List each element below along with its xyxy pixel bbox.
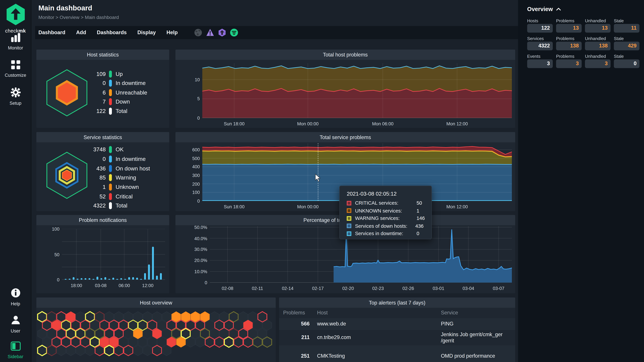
host-hexagon-empty[interactable] xyxy=(263,320,272,331)
host-hexagon-empty[interactable] xyxy=(152,312,162,322)
host-hexagon-bright-yellow-outline[interactable] xyxy=(105,345,114,356)
host-hexagon-empty[interactable] xyxy=(57,345,66,356)
host-hexagon-empty[interactable] xyxy=(129,337,138,347)
host-hexagon-dim-yellow-outline[interactable] xyxy=(253,337,262,347)
cell-host[interactable]: cn.tribe29.com xyxy=(317,334,351,340)
host-hexagon-yellow-outline[interactable] xyxy=(62,320,70,331)
host-hexagon-red-outline[interactable] xyxy=(114,329,123,339)
host-hexagon-orange-filled[interactable] xyxy=(133,329,142,339)
host-hexagon-empty[interactable] xyxy=(157,320,166,331)
legend-row-total[interactable]: 122Total xyxy=(81,107,127,115)
host-hexagon-empty[interactable] xyxy=(124,329,133,339)
host-hexagon-empty[interactable] xyxy=(210,312,219,322)
host-hexagon-red-outline[interactable] xyxy=(205,337,214,347)
sidebar-item-sidebar[interactable]: Sidebar xyxy=(0,342,31,359)
sidebar-item-monitor[interactable]: Monitor xyxy=(0,33,31,50)
legend-row-critical[interactable]: 52Critical xyxy=(81,193,132,200)
menu-item-dashboards[interactable]: Dashboards xyxy=(97,30,126,35)
host-hexagon-empty[interactable] xyxy=(143,329,152,339)
host-hexagon-empty[interactable] xyxy=(76,345,85,356)
host-hexagon-yellow-outline[interactable] xyxy=(66,329,76,339)
host-hexagon-red-outline[interactable] xyxy=(152,345,162,356)
legend-row-down[interactable]: 7Down xyxy=(81,98,130,105)
overview-value-services-unhandled[interactable]: 138 xyxy=(585,42,611,50)
host-hexagon-red-outline[interactable] xyxy=(42,320,52,331)
host-hexagon-yellow-outline[interactable] xyxy=(76,329,85,339)
host-hexagon-empty[interactable] xyxy=(138,337,147,347)
host-hexagon-dim-yellow-outline[interactable] xyxy=(263,337,272,347)
cell-host[interactable]: CMKTesting xyxy=(317,353,345,359)
host-hexagon-empty[interactable] xyxy=(191,329,200,339)
host-hexagon-red-outline[interactable] xyxy=(224,320,234,331)
host-hexagon-red-outline[interactable] xyxy=(215,320,224,331)
host-hexagon-bright-yellow-outline[interactable] xyxy=(224,337,234,347)
host-hexagon-empty[interactable] xyxy=(162,329,171,339)
host-hexagon-red-outline[interactable] xyxy=(62,337,70,347)
host-hexagon-red-outline[interactable] xyxy=(239,329,248,339)
host-hexagon-empty[interactable] xyxy=(157,337,166,347)
legend-row-warning[interactable]: 85Warning xyxy=(81,174,136,181)
host-hexagon-red-filled[interactable] xyxy=(52,320,61,331)
cell-service[interactable]: OMD prod performance xyxy=(441,353,512,359)
host-hexagon-empty[interactable] xyxy=(162,345,171,356)
checkmk-hexagon-icon[interactable] xyxy=(218,28,226,37)
host-hexagon-bright-yellow-outline[interactable] xyxy=(38,345,46,356)
host-hexagon-red-outline[interactable] xyxy=(81,337,90,347)
host-hexagon-empty[interactable] xyxy=(239,312,248,322)
host-hexagon-red-outline[interactable] xyxy=(244,337,252,347)
host-hexagon-dim-yellow-outline[interactable] xyxy=(229,312,238,322)
host-hexagon-empty[interactable] xyxy=(133,312,142,322)
host-hexagon-bright-yellow-outline[interactable] xyxy=(90,337,99,347)
host-hexagon-empty[interactable] xyxy=(148,337,157,347)
host-hexagon-yellow-outline[interactable] xyxy=(138,320,147,331)
overview-value-services[interactable]: 4322 xyxy=(527,42,553,50)
legend-row-unreachable[interactable]: 6Unreachable xyxy=(81,89,147,96)
host-hexagon-empty[interactable] xyxy=(114,312,123,322)
host-hexagon-red-outline[interactable] xyxy=(114,345,123,356)
host-hexagon-dim-red-outline[interactable] xyxy=(47,312,56,322)
host-hexagon-empty[interactable] xyxy=(66,345,76,356)
overview-value-hosts-problems[interactable]: 13 xyxy=(556,24,582,33)
host-hexagon-red-filled[interactable] xyxy=(66,312,76,322)
legend-row-total[interactable]: 4322Total xyxy=(81,202,127,209)
host-hexagon-empty[interactable] xyxy=(47,329,56,339)
host-hexagon-red-outline[interactable] xyxy=(196,320,205,331)
cell-service[interactable]: PING xyxy=(441,321,512,327)
host-hexagon-dim-yellow-outline[interactable] xyxy=(172,329,181,339)
col-header-host[interactable]: Host xyxy=(317,310,328,316)
host-hexagon-empty[interactable] xyxy=(258,329,267,339)
overview-value-events-problems[interactable]: 3 xyxy=(556,59,582,68)
sidebar-item-user[interactable]: User xyxy=(0,315,31,333)
host-hexagon-empty[interactable] xyxy=(76,312,85,322)
host-hexagon-red-outline[interactable] xyxy=(71,337,80,347)
host-hexagon-red-outline[interactable] xyxy=(52,337,61,347)
host-hexagon-empty[interactable] xyxy=(143,312,152,322)
host-hexagon-empty[interactable] xyxy=(143,345,152,356)
host-hexagon-yellow-outline[interactable] xyxy=(129,320,138,331)
overview-value-hosts-unhandled[interactable]: 13 xyxy=(585,24,611,33)
overview-value-events[interactable]: 3 xyxy=(527,59,553,68)
host-hexagon-empty[interactable] xyxy=(205,320,214,331)
host-hexagon-red-filled[interactable] xyxy=(152,329,162,339)
host-hexagon-bright-yellow-outline[interactable] xyxy=(86,312,94,322)
cell-service[interactable]: Jenkins Job gerrit/cmk_ger /gerrit xyxy=(441,332,512,344)
host-hexagon-empty[interactable] xyxy=(133,345,142,356)
host-hexagon-empty[interactable] xyxy=(124,312,133,322)
host-hexagon-red-outline[interactable] xyxy=(148,320,157,331)
host-hexagon-red-outline[interactable] xyxy=(105,329,114,339)
host-overview-hexgrid[interactable] xyxy=(36,308,276,362)
host-hexagon-empty[interactable] xyxy=(248,312,258,322)
host-hexagon-empty[interactable] xyxy=(38,329,46,339)
warning-triangle-icon[interactable] xyxy=(206,28,214,37)
host-hexagon-empty[interactable] xyxy=(210,329,219,339)
globe-icon[interactable] xyxy=(194,28,202,37)
host-hexagon-empty[interactable] xyxy=(248,329,258,339)
sidebar-item-customize[interactable]: Customize xyxy=(0,60,31,77)
legend-row-on-down-host[interactable]: 436On down host xyxy=(81,165,150,172)
overview-value-services-problems[interactable]: 138 xyxy=(556,42,582,50)
host-hexagon-red-outline[interactable] xyxy=(124,345,133,356)
host-hexagon-red-outline[interactable] xyxy=(167,320,176,331)
overview-value-hosts-stale[interactable]: 11 xyxy=(614,24,640,33)
overview-value-hosts[interactable]: 122 xyxy=(527,24,553,33)
col-header-problems[interactable]: Problems xyxy=(283,310,305,316)
